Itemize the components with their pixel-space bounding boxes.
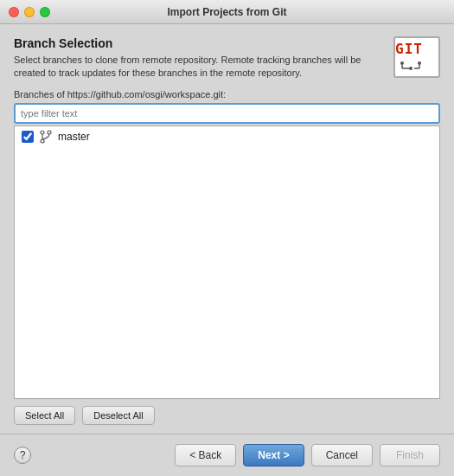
title-bar: Import Projects from Git: [0, 0, 454, 24]
svg-rect-0: [400, 61, 404, 65]
git-icon-label: GIT: [395, 41, 423, 57]
header-row: Branch Selection Select branches to clon…: [14, 36, 440, 80]
back-button[interactable]: < Back: [175, 444, 236, 466]
filter-input-wrapper[interactable]: [14, 103, 440, 124]
branch-checkbox[interactable]: [22, 131, 34, 143]
branch-icon: [39, 130, 53, 144]
finish-button[interactable]: Finish: [380, 444, 440, 466]
minimize-button[interactable]: [24, 7, 35, 17]
branch-item: master: [15, 126, 439, 147]
close-button[interactable]: [9, 7, 19, 17]
deselect-all-button[interactable]: Deselect All: [82, 406, 154, 425]
svg-point-9: [48, 131, 51, 134]
cancel-button[interactable]: Cancel: [311, 444, 373, 466]
git-icon: GIT: [393, 36, 440, 78]
help-button[interactable]: ?: [14, 447, 31, 464]
header-text: Branch Selection Select branches to clon…: [14, 36, 385, 80]
branch-name: master: [58, 131, 90, 143]
window-title: Import Projects from Git: [167, 6, 286, 18]
section-description: Select branches to clone from remote rep…: [14, 54, 385, 80]
filter-input[interactable]: [21, 108, 433, 119]
git-icon-graphic: [395, 60, 426, 72]
footer-nav-buttons: < Back Next > Cancel Finish: [175, 444, 440, 466]
svg-point-10: [41, 139, 44, 143]
next-button[interactable]: Next >: [243, 444, 304, 466]
branch-svg-icon: [39, 130, 53, 144]
window-controls: [9, 7, 50, 17]
section-title: Branch Selection: [14, 36, 385, 50]
main-content: Branch Selection Select branches to clon…: [0, 24, 454, 434]
maximize-button[interactable]: [40, 7, 50, 17]
svg-rect-1: [418, 61, 421, 65]
footer: ? < Back Next > Cancel Finish: [0, 434, 454, 476]
svg-point-8: [41, 131, 44, 134]
select-all-button[interactable]: Select All: [14, 406, 75, 425]
select-deselect-buttons: Select All Deselect All: [14, 406, 440, 425]
branches-label: Branches of https://github.com/osgi/work…: [14, 89, 440, 100]
footer-left: ?: [14, 447, 175, 464]
branch-list: master: [14, 125, 440, 399]
